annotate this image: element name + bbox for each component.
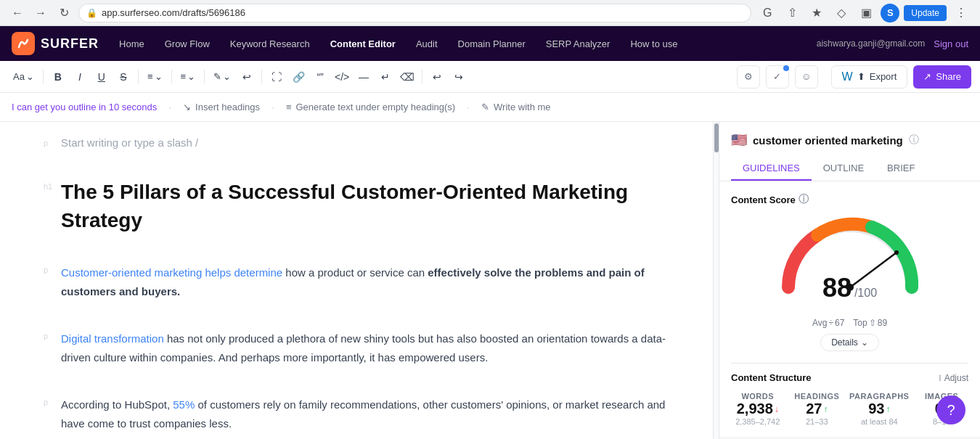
signout-button[interactable]: Sign out: [934, 38, 968, 49]
words-range: 2,385–2,742: [731, 417, 785, 426]
headings-cell: HEADINGS 27 ↑ 21–33: [791, 392, 844, 426]
code-button[interactable]: </>: [332, 67, 352, 87]
export-button[interactable]: W ⬆ Export: [831, 65, 908, 89]
nav-how-to-use[interactable]: How to use: [621, 34, 686, 54]
panel-icons: ⚙ ✓ ☺: [737, 65, 821, 89]
generate-text-button[interactable]: ≡ Generate text under empty heading(s): [286, 102, 455, 112]
share-text: Share: [936, 71, 961, 82]
content-structure-title: Content Structure: [731, 372, 812, 383]
headings-value: 27 ↑: [791, 401, 844, 417]
nav-keyword-research[interactable]: Keyword Research: [221, 34, 319, 54]
strikethrough-button[interactable]: S: [113, 67, 134, 87]
words-arrow-icon: ↓: [775, 404, 779, 414]
indent-button[interactable]: ↩: [237, 67, 257, 87]
clear-format-button[interactable]: ⌫: [397, 67, 417, 87]
settings-icon-button[interactable]: ⚙: [737, 65, 760, 89]
words-value: 2,938 ↓: [731, 401, 785, 417]
align-button[interactable]: ≡ ⌄: [143, 68, 167, 85]
headings-range: 21–33: [791, 417, 844, 426]
para2-text[interactable]: Digital transformation has not only prod…: [61, 329, 675, 366]
toolbar-sep-2: [138, 70, 139, 84]
structure-grid: WORDS 2,938 ↓ 2,385–2,742 HEADINGS 27 ↑ …: [731, 392, 968, 426]
list-button[interactable]: ≡ ⌄: [176, 68, 200, 85]
nav-serp-analyzer[interactable]: SERP Analyzer: [537, 34, 619, 54]
pip-icon[interactable]: ▣: [856, 3, 876, 23]
forward-button[interactable]: →: [32, 4, 49, 22]
para2-block[interactable]: p Digital transformation has not only pr…: [44, 329, 675, 381]
refresh-button[interactable]: ↻: [55, 4, 73, 22]
para1-text[interactable]: Customer-oriented marketing helps determ…: [61, 263, 675, 300]
surfer-logo-icon: [12, 32, 35, 55]
break-button[interactable]: ↵: [375, 67, 396, 87]
share-button[interactable]: ↗ Share: [913, 65, 971, 89]
font-size-button[interactable]: Aa ⌄: [9, 68, 38, 85]
paragraphs-arrow-icon: ↑: [886, 404, 890, 414]
para3-link[interactable]: 55%: [173, 398, 195, 411]
undo-button[interactable]: ↩: [427, 67, 447, 87]
top-label: Top: [853, 318, 867, 328]
para3-block[interactable]: p According to HubSpot, 55% of customers…: [44, 395, 675, 439]
para3-text[interactable]: According to HubSpot, 55% of customers r…: [61, 395, 675, 432]
outline-hint[interactable]: I can get you outline in 10 seconds: [12, 102, 157, 112]
content-score-info-icon[interactable]: ⓘ: [799, 193, 809, 206]
insert-headings-button[interactable]: ↘ Insert headings: [183, 102, 260, 112]
para2-link[interactable]: Digital transformation: [61, 332, 164, 345]
score-display: 88 /100: [822, 273, 877, 303]
toolbar-sep-1: [43, 70, 44, 84]
share-browser-icon[interactable]: ⇧: [782, 3, 802, 23]
para1-link[interactable]: Customer-oriented marketing helps determ…: [61, 266, 282, 279]
paragraphs-metric: PARAGRAPHS: [849, 392, 909, 401]
heading-block[interactable]: h1 The 5 Pillars of a Successful Custome…: [44, 178, 675, 249]
bold-button[interactable]: B: [48, 67, 68, 87]
score-denom: /100: [854, 287, 877, 299]
update-button[interactable]: Update: [904, 5, 947, 21]
app-nav: SURFER Home Grow Flow Keyword Research C…: [0, 26, 980, 61]
editor-area[interactable]: p Start writing or type a slash / h1 The…: [0, 122, 719, 439]
nav-home[interactable]: Home: [110, 34, 153, 54]
hr-button[interactable]: —: [354, 67, 374, 87]
italic-button[interactable]: I: [70, 67, 90, 87]
highlight-button[interactable]: ✎ ⌄: [209, 68, 235, 85]
underline-button[interactable]: U: [91, 67, 112, 87]
scrollbar[interactable]: [713, 122, 719, 439]
avg-label: Avg: [812, 318, 827, 328]
headings-arrow-icon: ↑: [823, 404, 828, 414]
quote-button[interactable]: “”: [310, 67, 330, 87]
words-cell: WORDS 2,938 ↓ 2,385–2,742: [731, 392, 785, 426]
details-label: Details: [831, 337, 858, 348]
placeholder-block: p Start writing or type a slash /: [44, 136, 675, 163]
google-icon[interactable]: G: [757, 3, 777, 23]
lock-icon: 🔒: [86, 8, 97, 18]
extension-icon[interactable]: ◇: [831, 3, 852, 23]
url-bar[interactable]: 🔒 app.surferseo.com/drafts/5696186: [78, 4, 751, 22]
paragraphs-value: 93 ↑: [849, 401, 909, 417]
link-button[interactable]: 🔗: [288, 67, 309, 87]
nav-domain-planner[interactable]: Domain Planner: [449, 34, 534, 54]
bookmark-icon[interactable]: ★: [807, 3, 827, 23]
nav-audit[interactable]: Audit: [407, 34, 446, 54]
write-with-me-button[interactable]: ✎ Write with me: [481, 102, 551, 112]
back-button[interactable]: ←: [9, 4, 26, 22]
wordpress-icon: W: [842, 70, 853, 83]
score-meta: Avg ÷ 67 Top ⇧ 89: [731, 318, 968, 328]
nav-grow-flow[interactable]: Grow Flow: [156, 34, 219, 54]
main-layout: p Start writing or type a slash / h1 The…: [0, 122, 980, 439]
structure-header: Content Structure ⁞ Adjust: [731, 372, 968, 383]
image-button[interactable]: ⛶: [266, 67, 287, 87]
para1-block[interactable]: p Customer-oriented marketing helps dete…: [44, 263, 675, 315]
right-panel: 🇺🇸 customer oriented marketing ⓘ GUIDELI…: [719, 122, 980, 439]
info-icon[interactable]: ⓘ: [909, 134, 919, 147]
details-button[interactable]: Details ⌄: [820, 334, 879, 351]
smiley-icon-button[interactable]: ☺: [795, 65, 818, 89]
adjust-button[interactable]: ⁞ Adjust: [939, 373, 968, 383]
article-heading[interactable]: The 5 Pillars of a Successful Customer-O…: [61, 178, 675, 234]
redo-button[interactable]: ↪: [449, 67, 469, 87]
surfer-logo: SURFER: [12, 32, 99, 55]
menu-icon[interactable]: ⋮: [951, 3, 971, 23]
nav-content-editor[interactable]: Content Editor: [322, 34, 404, 54]
tab-brief[interactable]: BRIEF: [875, 157, 926, 181]
tab-outline[interactable]: OUTLINE: [812, 157, 875, 181]
tab-guidelines[interactable]: GUIDELINES: [731, 157, 812, 181]
help-button[interactable]: ?: [936, 395, 965, 424]
panel-header: 🇺🇸 customer oriented marketing ⓘ GUIDELI…: [719, 122, 980, 181]
